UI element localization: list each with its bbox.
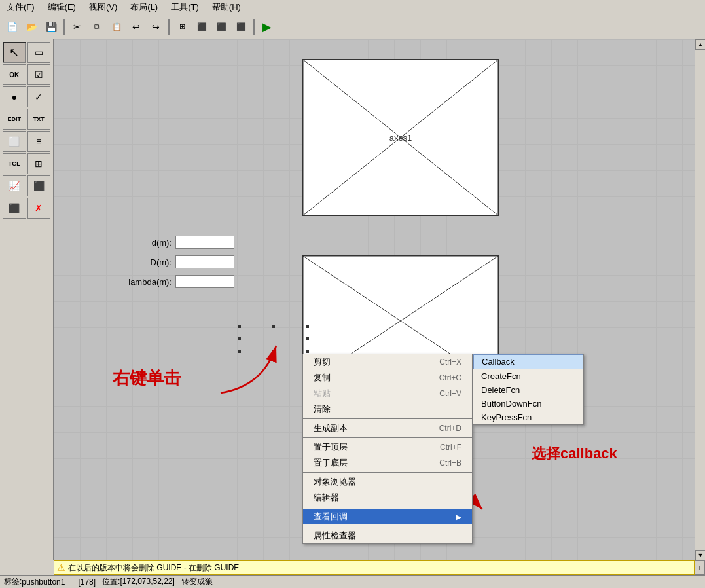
tool-axes[interactable]: 📈 bbox=[3, 175, 26, 196]
tool-button-group[interactable]: ⬛ bbox=[3, 198, 26, 219]
tag-label: 标签: bbox=[4, 576, 22, 587]
context-sep4 bbox=[303, 507, 472, 507]
expand-button[interactable]: + bbox=[695, 560, 705, 575]
menubar: 文件(F) 编辑(E) 视图(V) 布局(L) 工具(T) 帮助(H) bbox=[0, 0, 705, 14]
toolbar-sep1 bbox=[63, 19, 65, 35]
tool-edit[interactable]: EDIT bbox=[3, 109, 26, 130]
svg-rect-9 bbox=[238, 337, 241, 340]
input-lambda[interactable] bbox=[175, 275, 234, 288]
toolbar-tab[interactable]: ⬛ bbox=[232, 18, 250, 36]
toolbar-sep2 bbox=[168, 19, 170, 35]
context-duplicate[interactable]: 生成副本 Ctrl+D bbox=[303, 420, 472, 436]
submenu-deletefcn[interactable]: DeleteFcn bbox=[473, 383, 583, 397]
tool-list[interactable]: ≡ bbox=[27, 131, 51, 152]
context-view-callback[interactable]: 查看回调 ▶ bbox=[303, 509, 472, 524]
menu-view[interactable]: 视图(V) bbox=[85, 0, 121, 14]
tag-value: pushbutton1 bbox=[22, 578, 65, 587]
toolbar-paste[interactable]: 📋 bbox=[107, 18, 126, 36]
context-copy-shortcut: Ctrl+C bbox=[439, 373, 461, 382]
selection-handles bbox=[238, 325, 310, 354]
coords: [178] bbox=[78, 578, 96, 587]
context-editor-label: 编辑器 bbox=[314, 492, 339, 504]
toolbar-undo[interactable]: ↩ bbox=[127, 18, 145, 36]
context-send-back[interactable]: 置于底层 Ctrl+B bbox=[303, 455, 472, 471]
annotation-select-callback: 选择callback bbox=[532, 444, 617, 464]
menu-tools[interactable]: 工具(T) bbox=[167, 0, 203, 14]
toolbar-play[interactable]: ▶ bbox=[258, 18, 276, 36]
context-cut-label: 剪切 bbox=[314, 356, 331, 368]
context-sep2 bbox=[303, 437, 472, 438]
tool-radio[interactable]: ● bbox=[3, 86, 26, 107]
tool-pointer[interactable]: ↖ bbox=[3, 42, 26, 63]
axes1-box[interactable]: axes1 bbox=[302, 59, 499, 216]
toolbar-save[interactable]: 💾 bbox=[42, 18, 60, 36]
menu-file[interactable]: 文件(F) bbox=[3, 0, 39, 14]
warning-text: 在以后的版本中将会删除 GUIDE - 在删除 GUIDE bbox=[68, 562, 239, 574]
tool-panel[interactable]: ⬛ bbox=[27, 175, 51, 196]
menu-edit[interactable]: 编辑(E) bbox=[44, 0, 80, 14]
toolbar-align[interactable]: ⬛ bbox=[192, 18, 211, 36]
toolbar-open[interactable]: 📂 bbox=[22, 18, 41, 36]
tool-frame[interactable]: ⬜ bbox=[3, 131, 26, 152]
svg-rect-7 bbox=[272, 325, 275, 328]
toolbar-redo[interactable]: ↪ bbox=[147, 18, 165, 36]
label-D: D(m): bbox=[106, 257, 172, 267]
tool-toggle[interactable]: TGL bbox=[3, 153, 26, 174]
context-paste-shortcut: Ctrl+V bbox=[439, 389, 461, 398]
submenu-createfcn-label: CreateFcn bbox=[481, 371, 521, 381]
context-copy[interactable]: 复制 Ctrl+C bbox=[303, 370, 472, 386]
context-property-inspector[interactable]: 属性检查器 bbox=[303, 528, 472, 543]
context-duplicate-label: 生成副本 bbox=[314, 422, 348, 434]
svg-rect-10 bbox=[306, 337, 309, 340]
context-paste[interactable]: 粘贴 Ctrl+V bbox=[303, 386, 472, 401]
input-D[interactable] bbox=[175, 255, 234, 268]
tool-checkbox[interactable]: ☑ bbox=[27, 64, 51, 85]
toolbar-new[interactable]: 📄 bbox=[3, 18, 21, 36]
tool-rect[interactable]: ▭ bbox=[27, 42, 50, 63]
svg-rect-11 bbox=[238, 350, 241, 353]
tool-check2[interactable]: ✓ bbox=[27, 86, 51, 107]
menu-help[interactable]: 帮助(H) bbox=[208, 0, 245, 14]
tool-text[interactable]: TXT bbox=[27, 109, 51, 130]
statusbar: 标签: pushbutton1 [178] 位置:[172,073,52,22]… bbox=[0, 575, 705, 588]
right-scrollbar: ▲ ▼ bbox=[695, 39, 705, 560]
scrollbar-up[interactable]: ▲ bbox=[695, 39, 705, 50]
context-cut[interactable]: 剪切 Ctrl+X bbox=[303, 354, 472, 370]
context-sep3 bbox=[303, 472, 472, 473]
tool-ok-button[interactable]: OK bbox=[3, 64, 26, 85]
context-send-back-label: 置于底层 bbox=[314, 457, 348, 469]
toolbar-cut[interactable]: ✂ bbox=[68, 18, 86, 36]
annotation-right-click: 右键单击 bbox=[113, 367, 181, 390]
context-clear[interactable]: 清除 bbox=[303, 401, 472, 417]
context-object-browser[interactable]: 对象浏览器 bbox=[303, 474, 472, 490]
form-area: d(m): D(m): lambda(m): bbox=[106, 236, 234, 295]
context-bring-front-shortcut: Ctrl+F bbox=[440, 443, 461, 452]
submenu-keypressfcn[interactable]: KeyPressFcn bbox=[473, 411, 583, 424]
submenu-createfcn[interactable]: CreateFcn bbox=[473, 369, 583, 383]
label-lambda: lambda(m): bbox=[106, 277, 172, 287]
context-submenu-arrow: ▶ bbox=[456, 513, 461, 521]
toolbar-grid[interactable]: ⊞ bbox=[173, 18, 191, 36]
tool-table[interactable]: ⊞ bbox=[27, 153, 51, 174]
warning-icon: ⚠ bbox=[57, 562, 65, 573]
scrollbar-down[interactable]: ▼ bbox=[695, 550, 705, 560]
submenu-buttondownfcn[interactable]: ButtonDownFcn bbox=[473, 397, 583, 411]
submenu-keypressfcn-label: KeyPressFcn bbox=[481, 413, 532, 422]
tool-delete[interactable]: ✗ bbox=[27, 198, 51, 219]
toolbar-sep3 bbox=[253, 19, 255, 35]
label-d: d(m): bbox=[106, 238, 172, 248]
submenu-callback[interactable]: Callback bbox=[473, 354, 583, 369]
extra: 转变成狼 bbox=[181, 576, 213, 587]
context-bring-front[interactable]: 置于顶层 Ctrl+F bbox=[303, 439, 472, 455]
toolbar-copy[interactable]: ⧉ bbox=[88, 18, 106, 36]
menu-layout[interactable]: 布局(L) bbox=[126, 0, 162, 14]
context-view-callback-label: 查看回调 bbox=[314, 511, 348, 523]
context-property-inspector-label: 属性检查器 bbox=[314, 530, 356, 542]
context-editor[interactable]: 编辑器 bbox=[303, 490, 472, 505]
toolbar-group[interactable]: ⬛ bbox=[212, 18, 230, 36]
submenu-buttondownfcn-label: ButtonDownFcn bbox=[481, 399, 542, 409]
context-object-browser-label: 对象浏览器 bbox=[314, 476, 356, 488]
svg-rect-12 bbox=[272, 350, 275, 353]
input-d[interactable] bbox=[175, 236, 234, 249]
form-row-D: D(m): bbox=[106, 255, 234, 268]
